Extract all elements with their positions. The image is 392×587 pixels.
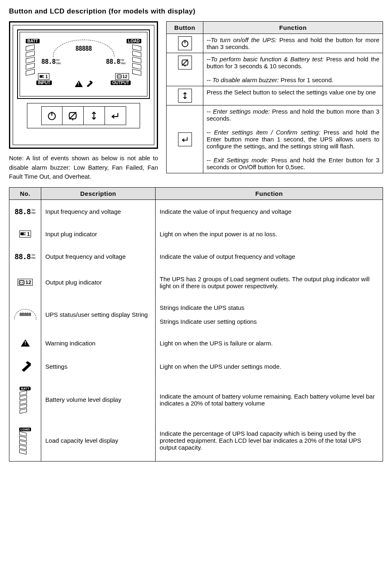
input-plug-icon: 1 bbox=[19, 231, 31, 237]
th-desc: Description bbox=[41, 187, 156, 199]
input-label: INPUT bbox=[36, 81, 52, 85]
device-panel-illustration: BATT LOAD 88888 88.8 bbox=[9, 21, 158, 149]
func-cell: Strings Indicate the UPS statusStrings I… bbox=[156, 297, 383, 332]
hzvac-icon: 88.8HzVac bbox=[15, 252, 36, 261]
desc-cell: Battery volume level display bbox=[41, 379, 156, 420]
func-cell: Indicate the value of input frequency an… bbox=[156, 199, 383, 223]
select-button[interactable] bbox=[84, 106, 105, 125]
input-plug-indicator: 1 bbox=[38, 73, 49, 80]
func-cell: Light on when the UPS under settings mod… bbox=[156, 354, 383, 379]
func-cell: Light on when the UPS is failure or alar… bbox=[156, 332, 383, 354]
load-level-icon: LOAD bbox=[19, 428, 31, 454]
svg-point-8 bbox=[72, 119, 73, 120]
desc-cell: Input plug indicator bbox=[41, 223, 156, 245]
batt-level-icon: BATT bbox=[20, 387, 31, 413]
svg-rect-16 bbox=[20, 233, 24, 235]
svg-point-13 bbox=[184, 65, 185, 67]
mute-icon bbox=[178, 56, 192, 69]
wrench-icon bbox=[20, 361, 31, 372]
select-icon bbox=[89, 110, 99, 121]
output-plug-icon: 12 bbox=[18, 279, 32, 286]
enter-icon bbox=[110, 110, 120, 121]
table-row: --To perform basic function & Battery te… bbox=[167, 53, 383, 86]
svg-line-9 bbox=[69, 112, 76, 119]
batt-bars bbox=[26, 45, 35, 75]
func-cell: Indicate the percentage of UPS load capa… bbox=[156, 420, 383, 462]
func-cell: -- Enter settings mode: Press and hold t… bbox=[203, 105, 383, 173]
func-cell: Indicate the value of output frequency a… bbox=[156, 245, 383, 268]
desc-cell: UPS status/user setting display String bbox=[41, 297, 156, 332]
select-icon bbox=[178, 89, 192, 103]
svg-point-21 bbox=[22, 282, 23, 282]
table-row: BATT Battery volume level display Indica… bbox=[9, 379, 383, 420]
top-section: BATT LOAD 88888 88.8 bbox=[9, 21, 383, 181]
status-string-icon: 88888 bbox=[14, 309, 36, 320]
table-row: Press the Select button to select the se… bbox=[167, 86, 383, 105]
desc-cell: Output frequency and voltage bbox=[41, 245, 156, 268]
func-cell: --To perform basic function & Battery te… bbox=[203, 53, 383, 86]
svg-point-5 bbox=[120, 76, 120, 77]
enter-button[interactable] bbox=[105, 106, 126, 125]
th-button: Button bbox=[167, 22, 203, 34]
output-hzvac: 88.8 Hz Vac bbox=[106, 58, 126, 65]
warning-icon bbox=[75, 81, 83, 87]
mute-icon bbox=[67, 110, 78, 121]
table-row: 88.8HzVac Input frequency and voltage In… bbox=[9, 199, 383, 223]
mute-button[interactable] bbox=[62, 106, 84, 125]
func-cell: The UPS has 2 groups of Load segment out… bbox=[156, 268, 383, 297]
table-row: 1 Input plug indicator Light on when the… bbox=[9, 223, 383, 245]
table-row: 12 Output plug indicator The UPS has 2 g… bbox=[9, 268, 383, 297]
power-icon bbox=[178, 36, 192, 50]
desc-cell: Output plug indicator bbox=[41, 268, 156, 297]
table-row: Warning indication Light on when the UPS… bbox=[9, 332, 383, 354]
power-button[interactable] bbox=[41, 106, 62, 125]
wrench-icon bbox=[85, 81, 93, 87]
func-cell: --To turn on/off the UPS: Press and hold… bbox=[203, 34, 383, 53]
table-row: LOAD Load capacity level display Indicat… bbox=[9, 420, 383, 462]
svg-rect-19 bbox=[19, 280, 24, 284]
svg-rect-0 bbox=[40, 75, 42, 78]
status-string-arc: 88888 bbox=[53, 40, 114, 57]
table-row: -- Enter settings mode: Press and hold t… bbox=[167, 105, 383, 173]
th-function: Function bbox=[203, 22, 383, 34]
warning-icon bbox=[13, 340, 37, 346]
batt-label: BATT bbox=[26, 39, 40, 43]
desc-cell: Settings bbox=[41, 354, 156, 379]
svg-point-20 bbox=[20, 282, 21, 282]
button-bar bbox=[27, 103, 140, 128]
enter-icon bbox=[178, 132, 192, 146]
input-hzvac: 88.8 Hz Vac bbox=[41, 58, 61, 65]
hzvac-icon: 88.8HzVac bbox=[15, 207, 36, 216]
func-cell: Indicate the amount of battery volume re… bbox=[156, 379, 383, 420]
load-bars bbox=[132, 45, 141, 75]
svg-line-14 bbox=[182, 60, 188, 66]
lcd-description-table: No. Description Function 88.8HzVac Input… bbox=[9, 187, 383, 462]
desc-cell: Input frequency and voltage bbox=[41, 199, 156, 223]
button-function-table: Button Function --To turn on/off the UPS… bbox=[166, 21, 383, 173]
th-func: Function bbox=[156, 187, 383, 199]
table-row: 88.8HzVac Output frequency and voltage I… bbox=[9, 245, 383, 268]
th-no: No. bbox=[9, 187, 41, 199]
output-label: OUTPUT bbox=[111, 81, 131, 85]
table-row: 88888 UPS status/user setting display St… bbox=[9, 297, 383, 332]
desc-cell: Load capacity level display bbox=[41, 420, 156, 462]
lcd-screen: BATT LOAD 88888 88.8 bbox=[17, 29, 150, 99]
func-cell: Press the Select button to select the se… bbox=[203, 86, 383, 105]
svg-point-4 bbox=[118, 76, 119, 77]
svg-rect-3 bbox=[117, 75, 121, 78]
note-text: Note: A list of events shown as below is… bbox=[9, 154, 158, 181]
page-title: Button and LCD description (for models w… bbox=[9, 7, 383, 16]
table-row: --To turn on/off the UPS: Press and hold… bbox=[167, 34, 383, 53]
power-icon bbox=[47, 110, 57, 121]
output-plug-indicator: 12 bbox=[115, 73, 129, 80]
desc-cell: Warning indication bbox=[41, 332, 156, 354]
func-cell: Light on when the input power is at no l… bbox=[156, 223, 383, 245]
table-row: Settings Light on when the UPS under set… bbox=[9, 354, 383, 379]
load-label: LOAD bbox=[127, 39, 141, 43]
